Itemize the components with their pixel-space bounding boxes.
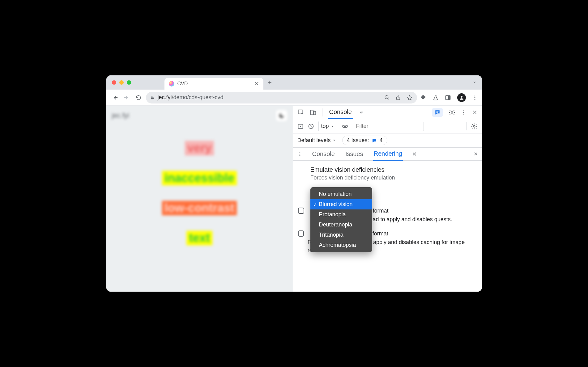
- tabs-menu-button[interactable]: [472, 80, 477, 85]
- checkbox[interactable]: [298, 208, 304, 214]
- dropdown-option-achromatopsia[interactable]: Achromatopsia: [310, 240, 372, 250]
- svg-point-20: [299, 152, 300, 153]
- browser-menu-button[interactable]: [472, 95, 478, 100]
- format-option-1-body: ad to apply and disables quests.: [373, 215, 452, 223]
- context-label: top: [321, 123, 329, 129]
- svg-point-22: [299, 155, 300, 156]
- caret-down-icon: [331, 124, 334, 128]
- new-tab-button[interactable]: +: [265, 78, 275, 87]
- caret-down-icon: [332, 138, 336, 142]
- reload-icon: [135, 95, 142, 101]
- svg-point-21: [299, 154, 300, 154]
- toggle-sidebar-icon[interactable]: [297, 123, 304, 129]
- vision-deficiency-dropdown[interactable]: No emulation Blurred vision Protanopia D…: [310, 187, 372, 252]
- theme-toggle[interactable]: [276, 110, 287, 121]
- url-text: jec.fyi/demo/cds-quest-cvd: [158, 94, 224, 101]
- svg-rect-0: [151, 97, 153, 99]
- back-button[interactable]: [111, 93, 119, 102]
- messages-badge[interactable]: [432, 108, 443, 117]
- profile-avatar[interactable]: [457, 93, 466, 102]
- demo-word-4: text: [186, 231, 212, 245]
- devtools-menu-icon[interactable]: [461, 110, 467, 115]
- drawer-tabbar: Console Issues Rendering ✕ ✕: [293, 148, 482, 161]
- context-selector[interactable]: top: [318, 121, 337, 131]
- tab-title: CVD: [177, 81, 251, 86]
- window-controls: [110, 80, 134, 85]
- dropdown-option-blurred-vision[interactable]: Blurred vision: [310, 199, 372, 209]
- omnibox-actions: [384, 95, 413, 101]
- close-rendering-tab-icon[interactable]: ✕: [412, 151, 417, 158]
- close-drawer-icon[interactable]: ✕: [474, 151, 478, 157]
- close-tab-button[interactable]: ✕: [254, 80, 259, 87]
- demo-word-3: low-contrast: [162, 201, 237, 215]
- extensions-icon[interactable]: [420, 95, 426, 101]
- close-window-button[interactable]: [112, 80, 116, 85]
- format-option-2-head: format: [373, 230, 482, 238]
- share-icon[interactable]: [395, 95, 401, 100]
- side-panel-icon[interactable]: [445, 95, 451, 101]
- tab-strip: CVD ✕ +: [106, 75, 482, 90]
- log-levels-selector[interactable]: Default levels: [297, 137, 336, 144]
- issues-pill[interactable]: 4 Issues: 4: [342, 136, 387, 145]
- dropdown-option-deuteranopia[interactable]: Deuteranopia: [310, 220, 372, 230]
- dropdown-option-protanopia[interactable]: Protanopia: [310, 209, 372, 220]
- toolbar: jec.fyi/demo/cds-quest-cvd: [106, 90, 482, 106]
- content-split: jec.fyi very inaccessible low-contrast t…: [106, 106, 482, 292]
- forward-button[interactable]: [122, 93, 131, 102]
- devtools-close-icon[interactable]: [472, 110, 478, 115]
- browser-tab[interactable]: CVD ✕: [164, 78, 263, 90]
- zoom-window-button[interactable]: [127, 80, 131, 85]
- drawer-tab-rendering[interactable]: Rendering: [373, 148, 403, 161]
- more-tabs-icon[interactable]: [359, 110, 364, 115]
- moon-icon: [279, 112, 285, 119]
- rendering-panel: Emulate vision deficiencies Forces visio…: [293, 161, 482, 292]
- divider: [322, 108, 322, 116]
- chat-icon: [372, 138, 377, 143]
- checkbox[interactable]: [298, 230, 304, 237]
- chevron-down-icon: [472, 80, 477, 85]
- demo-word-2: inaccessible: [162, 171, 237, 185]
- filter-input[interactable]: [353, 122, 424, 131]
- bookmark-star-icon[interactable]: [407, 95, 413, 101]
- favicon-icon: [169, 81, 174, 86]
- url-path: /demo/cds-quest-cvd: [172, 94, 224, 100]
- page-brand: jec.fyi: [112, 112, 129, 120]
- demo-word-1: very: [185, 141, 214, 155]
- arrow-left-icon: [112, 94, 118, 101]
- svg-point-19: [473, 125, 475, 127]
- inspect-element-icon[interactable]: [297, 109, 304, 116]
- toolbar-actions: [420, 93, 478, 102]
- devtools-settings-icon[interactable]: [449, 109, 455, 116]
- issues-label: 4 Issues:: [347, 137, 369, 144]
- dropdown-option-tritanopia[interactable]: Tritanopia: [310, 230, 372, 240]
- address-bar[interactable]: jec.fyi/demo/cds-quest-cvd: [146, 92, 417, 103]
- labs-flask-icon[interactable]: [432, 95, 439, 101]
- page-header: jec.fyi: [106, 106, 293, 125]
- dropdown-option-no-emulation[interactable]: No emulation: [310, 189, 372, 199]
- svg-point-6: [474, 95, 475, 96]
- chat-icon: [434, 109, 441, 116]
- drawer-tab-issues[interactable]: Issues: [345, 148, 364, 160]
- zoom-out-icon[interactable]: [384, 95, 390, 100]
- live-expression-icon[interactable]: [342, 123, 348, 130]
- reload-button[interactable]: [134, 93, 143, 102]
- issues-count: 4: [380, 137, 383, 144]
- drawer-menu-icon[interactable]: [297, 152, 302, 157]
- console-levels-bar: Default levels 4 Issues: 4: [293, 133, 482, 148]
- svg-point-7: [474, 97, 475, 98]
- arrow-right-icon: [123, 94, 130, 101]
- svg-rect-4: [448, 95, 450, 99]
- console-settings-icon[interactable]: [471, 123, 478, 130]
- page-content: very inaccessible low-contrast text: [106, 125, 293, 245]
- svg-point-8: [474, 99, 475, 99]
- emulate-vision-subtitle: Forces vision deficiency emulation: [310, 175, 482, 181]
- format-option-1-head: format: [373, 207, 452, 215]
- device-toolbar-icon[interactable]: [310, 109, 317, 116]
- browser-window: CVD ✕ + jec.fyi/demo/cds-quest-cvd: [106, 75, 482, 292]
- clear-console-icon[interactable]: [308, 123, 314, 129]
- minimize-window-button[interactable]: [119, 80, 124, 85]
- drawer-tab-console[interactable]: Console: [312, 148, 335, 160]
- divider: [466, 122, 467, 130]
- devtools-tab-console[interactable]: Console: [328, 106, 353, 119]
- svg-point-14: [463, 112, 464, 113]
